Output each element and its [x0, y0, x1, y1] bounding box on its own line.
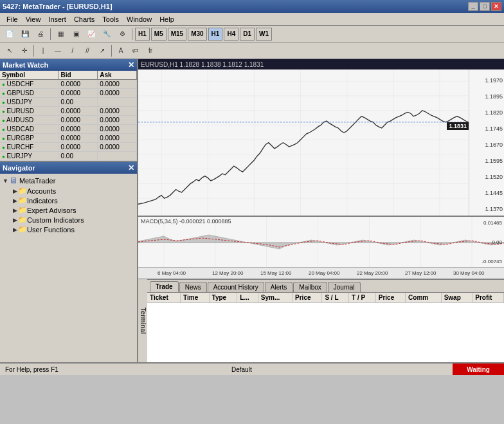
mw-ask — [98, 152, 137, 161]
expand-icon: ▼ — [3, 178, 8, 184]
menu-tools[interactable]: Tools — [98, 14, 123, 24]
chart-container[interactable]: 1.1831 1.1970 1.1895 1.1820 1.1745 1.167… — [138, 69, 504, 279]
market-row[interactable]: ● AUDUSD 0.0000 0.0000 — [0, 116, 137, 125]
label-btn[interactable]: 🏷 — [129, 44, 143, 58]
th-price2: Price — [375, 293, 405, 303]
mw-bid: 0.0000 — [59, 80, 98, 89]
menu-view[interactable]: View — [22, 14, 45, 24]
tf-h1[interactable]: H1 — [135, 28, 150, 41]
bar-chart-btn[interactable]: ▦ — [53, 27, 68, 41]
macd-scale-mid: 0.00 — [469, 239, 504, 245]
tf-w1[interactable]: W1 — [256, 28, 272, 41]
ci-folder-icon: 📁 — [18, 216, 27, 224]
vline-btn[interactable]: | — [36, 44, 50, 58]
chart-canvas[interactable]: 1.1831 — [138, 69, 469, 216]
macd-scale-top: 0.01465 — [469, 220, 504, 226]
tab-journal[interactable]: Journal — [328, 282, 361, 292]
crosshair-btn[interactable]: ✛ — [17, 44, 32, 58]
tab-trade[interactable]: Trade — [150, 281, 179, 292]
market-row[interactable]: ● EURJPY 0.00 — [0, 152, 137, 161]
chart-with-scale[interactable]: 1.1831 1.1970 1.1895 1.1820 1.1745 1.167… — [138, 69, 504, 216]
arrow-btn[interactable]: ↗ — [95, 44, 109, 58]
menu-charts[interactable]: Charts — [70, 14, 98, 24]
text-btn[interactable]: A — [114, 44, 128, 58]
new-chart-btn[interactable]: 📄 — [3, 27, 17, 41]
market-row[interactable]: ● EURUSD 0.0000 0.0000 — [0, 107, 137, 116]
sep2 — [132, 28, 132, 40]
navigator-close[interactable]: ✕ — [128, 163, 134, 172]
close-button[interactable]: ✕ — [491, 2, 501, 11]
trendline-btn[interactable]: // — [80, 44, 94, 58]
zoom-in-btn[interactable]: 🔧 — [100, 27, 114, 41]
col-ask: Ask — [98, 71, 137, 80]
nav-expert-advisors[interactable]: ▶ 📁 Expert Advisors — [12, 205, 136, 215]
tf-h1-2[interactable]: H1 — [208, 28, 223, 41]
tab-mailbox[interactable]: Mailbox — [293, 282, 327, 292]
tab-alerts[interactable]: Alerts — [265, 282, 293, 292]
th-tp: T / P — [349, 293, 376, 303]
nav-indicators[interactable]: ▶ 📁 Indicators — [12, 196, 136, 205]
tf-d1[interactable]: D1 — [240, 28, 255, 41]
cursor-btn[interactable]: ↖ — [3, 44, 17, 58]
nav-metatrader[interactable]: ▼ 🖥 MetaTrader — [1, 175, 136, 186]
title-controls: _ □ ✕ — [468, 2, 501, 11]
main-layout: Market Watch ✕ Symbol Bid Ask ● USDCHF 0… — [0, 59, 504, 362]
price-7: 1.1520 — [485, 174, 503, 180]
menu-help[interactable]: Help — [156, 14, 178, 24]
candle-btn[interactable]: ▣ — [69, 27, 83, 41]
side-terminal-tab[interactable]: Terminal — [138, 279, 147, 362]
th-price1: Price — [292, 293, 322, 303]
market-row[interactable]: ● EURGBP 0.0000 0.0000 — [0, 134, 137, 143]
tf-m15[interactable]: M15 — [168, 28, 186, 41]
navigator-panel: Navigator ✕ ▼ 🖥 MetaTrader ▶ 📁 Accounts … — [0, 162, 137, 362]
menu-insert[interactable]: Insert — [44, 14, 70, 24]
print-btn[interactable]: 🖨 — [33, 27, 48, 41]
tline-btn[interactable]: / — [66, 44, 80, 58]
menu-window[interactable]: Window — [123, 14, 156, 24]
time-6: 27 May 12:00 — [405, 270, 436, 276]
tab-news[interactable]: News — [179, 282, 207, 292]
market-row[interactable]: ● USDCAD 0.0000 0.0000 — [0, 125, 137, 134]
th-comm: Comm — [406, 293, 442, 303]
minimize-button[interactable]: _ — [468, 2, 478, 11]
nav-user-functions[interactable]: ▶ 📁 User Functions — [12, 225, 136, 234]
price-5: 1.1670 — [485, 142, 503, 148]
market-row[interactable]: ● EURCHF 0.0000 0.0000 — [0, 143, 137, 152]
tab-account-history[interactable]: Account History — [208, 282, 264, 292]
fib-btn[interactable]: fr — [143, 44, 158, 58]
market-row[interactable]: ● USDCHF 0.0000 0.0000 — [0, 80, 137, 89]
menu-file[interactable]: File — [3, 14, 22, 24]
tf-m5[interactable]: M5 — [151, 28, 166, 41]
terminal-panel: Trade News Account History Alerts Mailbo… — [147, 279, 504, 362]
nav-tree: ▼ 🖥 MetaTrader ▶ 📁 Accounts ▶ 📁 Indicato… — [0, 174, 137, 235]
tf-m30[interactable]: M30 — [188, 28, 206, 41]
market-row[interactable]: ● GBPUSD 0.0000 0.0000 — [0, 89, 137, 98]
market-watch-close[interactable]: ✕ — [128, 60, 134, 69]
market-table: Symbol Bid Ask ● USDCHF 0.0000 0.0000 ● … — [0, 71, 137, 161]
col-bid: Bid — [59, 71, 98, 80]
price-3: 1.1820 — [485, 109, 503, 116]
price-scale: 1.1970 1.1895 1.1820 1.1745 1.1670 1.159… — [469, 69, 504, 216]
sep1 — [50, 28, 51, 40]
mw-ask: 0.0000 — [98, 80, 137, 89]
price-8: 1.1445 — [485, 190, 503, 196]
th-profit: Profit — [473, 293, 504, 303]
line-chart-btn[interactable]: 📈 — [84, 27, 98, 41]
th-type: Type — [209, 293, 237, 303]
mw-bid: 0.00 — [59, 152, 98, 161]
nav-accounts[interactable]: ▶ 📁 Accounts — [12, 186, 136, 196]
mw-bid: 0.0000 — [59, 143, 98, 152]
time-2: 12 May 20:00 — [212, 270, 243, 276]
maximize-button[interactable]: □ — [480, 2, 490, 11]
ea-expand: ▶ — [13, 207, 17, 214]
nav-custom-indicators[interactable]: ▶ 📁 Custom Indicators — [12, 215, 136, 225]
save-btn[interactable]: 💾 — [18, 27, 32, 41]
hline-btn[interactable]: — — [51, 44, 65, 58]
mw-bid: 0.0000 — [59, 107, 98, 116]
tf-h4[interactable]: H4 — [224, 28, 239, 41]
settings-btn[interactable]: ⚙ — [115, 27, 129, 41]
uf-expand: ▶ — [13, 226, 17, 233]
time-4: 20 May 04:00 — [309, 270, 339, 276]
market-row[interactable]: ● USDJPY 0.00 — [0, 98, 137, 107]
status-profile: Default — [226, 366, 453, 373]
